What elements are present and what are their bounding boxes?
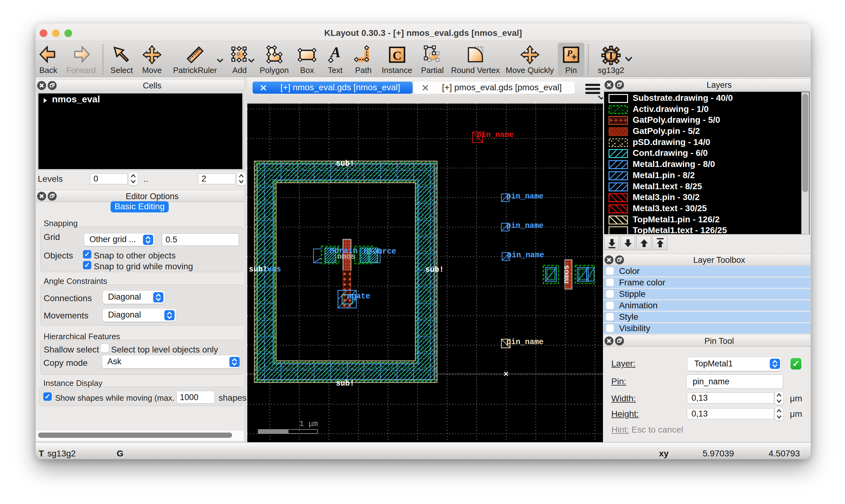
svg-text:C: C (393, 49, 401, 62)
svg-text:sub!: sub! (336, 159, 355, 168)
svg-text:sub!: sub! (249, 265, 268, 274)
svg-text:1 μm: 1 μm (299, 419, 318, 429)
svg-text:pin_name: pin_name (506, 221, 544, 230)
svg-text:nmos: nmos (337, 252, 356, 261)
svg-text:T: T (607, 50, 615, 62)
svg-text:nmos: nmos (562, 265, 571, 284)
svg-text:pin_name: pin_name (506, 338, 544, 347)
svg-text:pin_name: pin_name (506, 192, 544, 201)
svg-text:pin_name: pin_name (507, 251, 544, 260)
svg-text:+: + (571, 52, 576, 62)
svg-text:sub!: sub! (336, 379, 355, 388)
svg-text:ngate: ngate (347, 292, 370, 301)
svg-text:sub!: sub! (425, 265, 444, 274)
svg-text:vss: vss (267, 265, 281, 274)
svg-text:pin_name: pin_name (477, 130, 514, 140)
svg-text:nsource: nsource (364, 247, 396, 256)
